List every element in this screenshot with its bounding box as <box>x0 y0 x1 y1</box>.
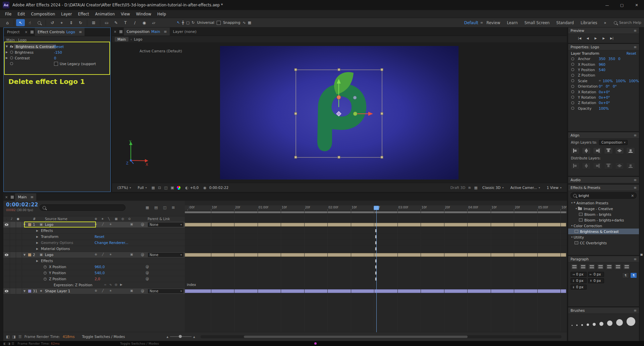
menu-effect[interactable]: Effect <box>75 12 92 16</box>
fast-previews-icon[interactable]: ≋ <box>468 186 471 190</box>
lock-toggle-cell[interactable] <box>16 252 22 258</box>
orbit-camera-tool[interactable]: ↺ <box>48 19 57 26</box>
paragraph-field-3[interactable]: ↕0 px <box>571 278 587 283</box>
nav-tab-logo[interactable]: Logo <box>134 37 142 41</box>
timeline-property-row[interactable]: Z Position2,0@ <box>3 276 185 282</box>
snapshot-grid-icon[interactable]: ▦ <box>474 186 478 190</box>
pickwhip-icon[interactable]: @ <box>141 289 144 293</box>
timeline-expression-row[interactable]: Expression: Z Position=∿◎▶ <box>3 282 185 288</box>
timeline-layer-row[interactable]: ▼31★Shape Layer 1⊕╱∗▣@None▾ <box>3 288 185 294</box>
timeline-group-row[interactable]: ▶Effects <box>3 228 185 234</box>
eye-icon[interactable] <box>5 224 8 226</box>
3d-layer-icon[interactable]: ▣ <box>130 289 133 292</box>
region-of-interest-icon[interactable]: ◫ <box>164 186 167 190</box>
layer-switch-icon[interactable]: ╱ <box>102 253 104 256</box>
paragraph-field-2[interactable]: ⇤0 px <box>588 272 604 277</box>
group-name[interactable]: Effects <box>41 259 53 263</box>
group-action-link[interactable]: Change Renderer... <box>95 241 128 245</box>
3d-switch-icon[interactable]: ⊙ <box>128 217 131 220</box>
timeline-property-row[interactable]: X Position960,0@ <box>3 264 185 270</box>
timeline-property-row[interactable]: Y Position540,0@ <box>3 270 185 276</box>
chevron-down-icon[interactable]: ▾ <box>570 236 574 239</box>
layer-name[interactable]: Logo <box>45 253 53 257</box>
panel-menu-icon[interactable]: ≡ <box>79 30 82 34</box>
video-toggle-cell[interactable] <box>3 222 10 228</box>
tab-composition[interactable]: Composition Main ≡ <box>124 28 169 36</box>
property-value[interactable]: 960,0 <box>95 265 105 269</box>
effect-switch-icon[interactable]: ▦ <box>115 217 118 220</box>
layer-switch-icon[interactable]: ∗ <box>109 253 112 256</box>
brush-size-dot[interactable] <box>599 322 603 326</box>
paragraph-field-1[interactable]: ⇥0 px <box>571 272 587 277</box>
menu-layer[interactable]: Layer <box>58 12 75 16</box>
chevron-down-icon[interactable]: ▼ <box>23 290 25 293</box>
align-left-button[interactable] <box>571 147 580 154</box>
property-row[interactable]: Z Position <box>568 72 639 78</box>
align-hcenter-button[interactable] <box>582 147 591 154</box>
transform-reset-link[interactable]: Reset <box>627 51 636 55</box>
distribute-left-button[interactable] <box>571 162 580 169</box>
property-value[interactable]: 0 <box>54 56 56 60</box>
group-name[interactable]: Geometry Options <box>41 241 73 245</box>
mask-visibility-icon[interactable]: ⊡ <box>158 186 161 190</box>
layer-switch-icon[interactable]: ╱ <box>102 289 104 292</box>
layer-duration-bar[interactable] <box>185 253 566 257</box>
last-frame-button[interactable]: ▶| <box>608 35 615 41</box>
paragraph-align-button-1[interactable] <box>571 264 578 270</box>
brush-size-dot[interactable] <box>593 323 596 326</box>
distribute-bottom-button[interactable] <box>626 162 635 169</box>
draft-3d-toggle[interactable]: Draft 3D <box>450 186 466 190</box>
align-top-button[interactable] <box>604 147 613 154</box>
composition-icon[interactable]: ◨ <box>12 335 15 339</box>
timeline-graph-row[interactable] <box>185 264 567 270</box>
layer-color-chip[interactable] <box>28 290 31 293</box>
panel-menu-icon[interactable]: ≡ <box>634 133 637 137</box>
text-direction-rtl-button[interactable]: ¶ <box>630 273 637 278</box>
motion-blur-switch-icon[interactable]: ◎ <box>121 217 124 220</box>
menu-help[interactable]: Help <box>154 12 169 16</box>
timeline-graph-row[interactable] <box>185 288 567 294</box>
pen-tool[interactable]: ✎ <box>112 19 120 26</box>
audio-toggle-cell[interactable] <box>10 222 16 228</box>
brush-tool[interactable]: ∕ <box>130 19 139 26</box>
work-area-bar[interactable] <box>185 211 567 213</box>
parent-dropdown[interactable]: None▾ <box>148 222 184 227</box>
workspace-libraries[interactable]: Libraries <box>577 20 601 25</box>
brush-size-dot[interactable] <box>627 317 635 326</box>
list-icon[interactable]: ☰ <box>18 335 22 339</box>
effect-header-row[interactable]: ▼ fx Brightness & Contrast Reset <box>4 44 110 49</box>
property-value[interactable]: 0 <box>618 57 621 61</box>
choose-grid-icon[interactable]: ▦ <box>152 186 155 190</box>
timeline-graph-row[interactable] <box>185 240 567 246</box>
timeline-horizontal-scrollbar[interactable] <box>201 335 561 338</box>
workspace-learn[interactable]: Learn <box>503 20 521 25</box>
menu-file[interactable]: File <box>2 12 14 16</box>
play-button[interactable]: ▶ <box>592 35 599 41</box>
stopwatch-icon[interactable] <box>44 278 47 281</box>
tab-project[interactable]: Project <box>4 30 23 34</box>
paragraph-align-button-4[interactable] <box>597 264 604 270</box>
property-row[interactable]: Anchor3503500 <box>568 56 639 61</box>
tab-timeline-main[interactable]: Main ≡ <box>15 193 36 201</box>
paragraph-field-4[interactable]: ⇞0 px <box>588 278 604 283</box>
effect-property-row[interactable]: Use Legacy (support <box>4 61 110 66</box>
logo-artwork[interactable] <box>317 72 366 151</box>
workspace-default[interactable]: Default <box>461 20 482 25</box>
stopwatch-icon[interactable] <box>571 79 574 82</box>
property-row[interactable]: Y Position540 <box>568 67 639 72</box>
brush-size-dot[interactable] <box>581 324 583 326</box>
property-name[interactable]: X Position <box>49 265 66 269</box>
panel-grid-icon[interactable]: ▦ <box>640 253 643 256</box>
tab-layer[interactable]: Layer (none) <box>170 30 200 34</box>
panel-menu-icon[interactable]: ≡ <box>634 186 637 190</box>
3d-layer-icon[interactable]: ▣ <box>130 253 133 256</box>
property-row[interactable]: Z Rotation0x+0° <box>568 100 639 105</box>
property-value[interactable]: 540,0 <box>95 271 105 275</box>
video-toggle-cell[interactable] <box>3 288 10 294</box>
workspace-small-screen[interactable]: Small Screen <box>521 20 553 25</box>
timeline-graph-row[interactable] <box>185 270 567 276</box>
rotation-tool[interactable]: ↻ <box>76 19 85 26</box>
align-vcenter-button[interactable] <box>615 147 624 154</box>
expression-icon[interactable]: = <box>104 283 107 286</box>
timeline-group-row[interactable]: ▶Geometry OptionsChange Renderer... <box>3 240 185 246</box>
